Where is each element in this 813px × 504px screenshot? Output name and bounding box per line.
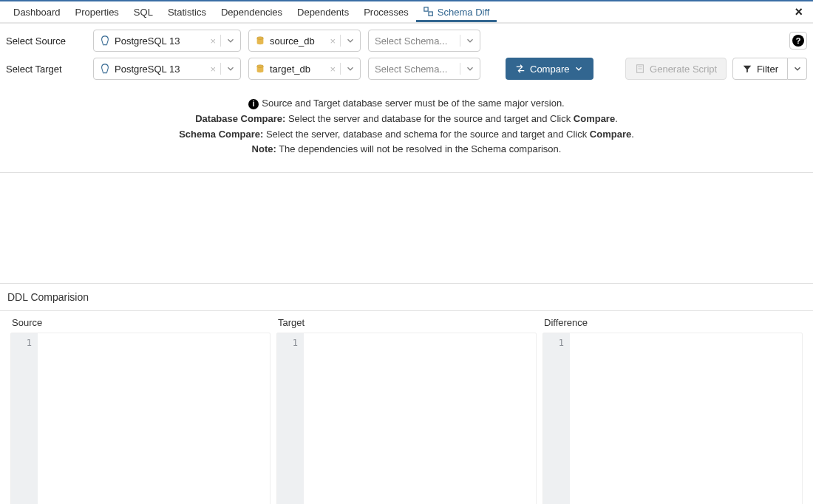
schema-compare-label: Schema Compare: — [179, 129, 263, 140]
svg-rect-0 — [424, 7, 428, 11]
close-icon[interactable]: × — [790, 3, 807, 21]
ddl-col-difference: Difference 1 — [540, 311, 806, 504]
source-server-select[interactable]: PostgreSQL 13 × — [93, 30, 241, 52]
chevron-down-icon[interactable] — [465, 35, 475, 46]
target-db-value: target_db — [270, 64, 325, 75]
period: . — [615, 113, 618, 124]
tab-sql[interactable]: SQL — [126, 2, 160, 22]
chevron-down-icon — [574, 64, 584, 74]
difference-code-box[interactable]: 1 — [542, 333, 803, 504]
info-icon: i — [248, 99, 259, 109]
line-gutter: 1 — [11, 333, 38, 504]
database-compare-text: Select the server and database for the s… — [285, 113, 574, 124]
tab-dependents[interactable]: Dependents — [290, 2, 356, 22]
compare-icon — [423, 7, 434, 17]
source-code-box[interactable]: 1 — [10, 333, 271, 504]
chevron-down-icon[interactable] — [225, 35, 236, 46]
help-icon: ? — [792, 35, 804, 47]
ddl-col-difference-title: Difference — [542, 311, 803, 333]
svg-rect-1 — [429, 12, 432, 16]
tab-properties[interactable]: Properties — [68, 2, 126, 22]
filter-button[interactable]: Filter — [732, 58, 788, 80]
source-schema-placeholder: Select Schema... — [375, 35, 455, 47]
ddl-col-source: Source 1 — [7, 311, 273, 504]
chevron-down-icon[interactable] — [465, 64, 475, 74]
select-target-label: Select Target — [6, 64, 86, 75]
note-text: The dependencies will not be resolved in… — [276, 143, 562, 154]
selection-panel: Select Source PostgreSQL 13 × source_db … — [0, 24, 813, 173]
separator — [220, 63, 221, 75]
ddl-col-target-title: Target — [276, 311, 537, 333]
clear-icon[interactable]: × — [330, 35, 336, 47]
compare-arrows-icon — [515, 64, 525, 74]
target-server-value: PostgreSQL 13 — [115, 64, 205, 75]
filter-dropdown[interactable] — [788, 58, 807, 80]
separator — [220, 35, 221, 47]
ddl-section: DDL Comparision Source 1 Target 1 Differ… — [0, 284, 813, 504]
ddl-col-source-title: Source — [10, 311, 271, 333]
compare-button[interactable]: Compare — [506, 58, 593, 80]
line-gutter: 1 — [543, 333, 570, 504]
info-notes: iSource and Target database server must … — [6, 86, 807, 172]
database-icon — [255, 64, 265, 74]
select-source-label: Select Source — [6, 35, 86, 47]
generate-script-button: Generate Script — [625, 58, 727, 80]
source-schema-select[interactable]: Select Schema... — [368, 30, 480, 52]
target-schema-select[interactable]: Select Schema... — [368, 58, 480, 80]
target-db-select[interactable]: target_db × — [248, 58, 361, 80]
tab-schema-diff-label: Schema Diff — [438, 7, 490, 18]
chevron-down-icon[interactable] — [345, 64, 356, 74]
postgres-icon — [100, 35, 110, 46]
separator — [460, 63, 460, 75]
tab-statistics[interactable]: Statistics — [160, 2, 214, 22]
tab-dashboard[interactable]: Dashboard — [6, 2, 68, 22]
postgres-icon — [100, 64, 110, 74]
file-icon — [635, 64, 645, 74]
tab-processes[interactable]: Processes — [356, 2, 416, 22]
line-gutter: 1 — [277, 333, 304, 504]
note-version: Source and Target database server must b… — [262, 98, 564, 109]
filter-button-group: Filter — [732, 58, 807, 80]
help-button[interactable]: ? — [789, 32, 807, 50]
ddl-title: DDL Comparision — [0, 284, 813, 311]
compare-word: Compare — [574, 113, 615, 124]
compare-word: Compare — [590, 129, 631, 140]
separator — [340, 63, 341, 75]
tab-bar: Dashboard Properties SQL Statistics Depe… — [0, 1, 813, 24]
schema-compare-text: Select the server, database and schema f… — [263, 129, 590, 140]
period: . — [631, 129, 634, 140]
target-code-box[interactable]: 1 — [276, 333, 537, 504]
chevron-down-icon[interactable] — [225, 64, 236, 74]
filter-icon — [742, 64, 752, 74]
compare-button-label: Compare — [530, 64, 569, 75]
separator — [460, 35, 460, 47]
database-icon — [255, 35, 265, 46]
results-area — [0, 173, 813, 284]
source-db-select[interactable]: source_db × — [248, 30, 361, 52]
clear-icon[interactable]: × — [330, 64, 336, 75]
generate-script-label: Generate Script — [650, 64, 717, 75]
clear-icon[interactable]: × — [210, 35, 216, 47]
target-schema-placeholder: Select Schema... — [375, 64, 455, 75]
source-server-value: PostgreSQL 13 — [115, 35, 205, 47]
chevron-down-icon[interactable] — [345, 35, 356, 46]
database-compare-label: Database Compare: — [195, 113, 285, 124]
filter-label: Filter — [757, 64, 778, 75]
target-server-select[interactable]: PostgreSQL 13 × — [93, 58, 241, 80]
clear-icon[interactable]: × — [210, 64, 216, 75]
tab-schema-diff[interactable]: Schema Diff — [416, 2, 497, 22]
source-db-value: source_db — [270, 35, 325, 47]
tab-dependencies[interactable]: Dependencies — [214, 2, 290, 22]
note-label: Note: — [252, 143, 276, 154]
separator — [340, 35, 341, 47]
ddl-col-target: Target 1 — [273, 311, 540, 504]
chevron-down-icon — [792, 64, 803, 74]
